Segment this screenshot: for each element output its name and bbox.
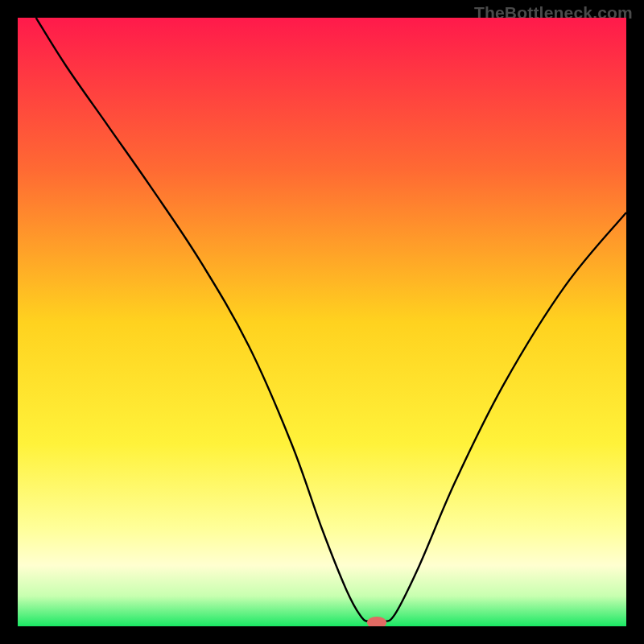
plot-area bbox=[18, 18, 626, 626]
chart-svg bbox=[18, 18, 626, 626]
gradient-background bbox=[18, 18, 626, 626]
chart-frame: TheBottleneck.com bbox=[0, 0, 644, 644]
